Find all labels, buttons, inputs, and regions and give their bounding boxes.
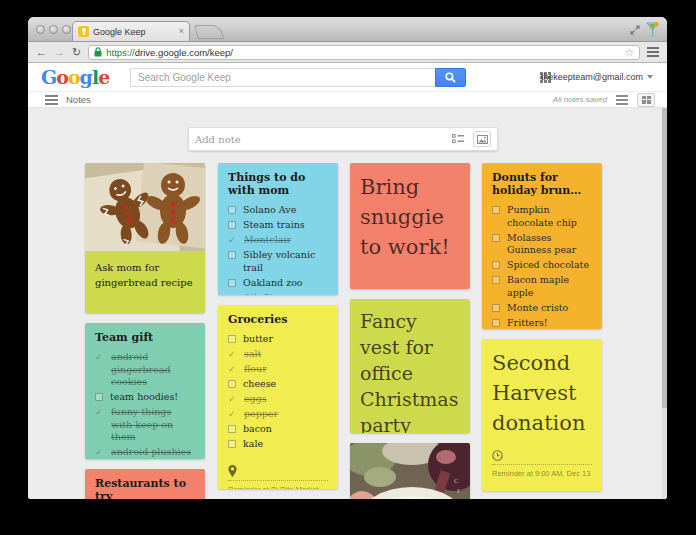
search-input[interactable] — [130, 68, 435, 87]
item-text: Monte cristo — [507, 302, 568, 315]
note-card-things-mom[interactable]: Things to do with momSolano AveSteam tra… — [218, 163, 338, 295]
checklist-item[interactable]: Sibley volcanic trail — [228, 249, 328, 274]
checked-icon[interactable]: ✓ — [228, 292, 237, 296]
item-text: team hoodies! — [110, 391, 178, 404]
new-tab-button[interactable] — [194, 25, 225, 39]
checklist-item[interactable]: Spiced chocolate — [492, 259, 592, 272]
checkbox[interactable] — [492, 304, 500, 312]
note-card-second-harvest[interactable]: Second Harvest donation Reminder at 9:00… — [482, 339, 602, 491]
item-text: cheese — [243, 378, 276, 391]
checklist-item[interactable]: ✓flour — [228, 363, 328, 376]
note-card-gingerbread[interactable]: Ask mom for gingerbread recipe — [85, 163, 205, 313]
checked-icon[interactable]: ✓ — [95, 446, 104, 458]
checklist-item[interactable]: ✓eggs — [228, 393, 328, 406]
checkbox[interactable] — [228, 380, 236, 388]
checklist-item[interactable]: ✓android plushies — [95, 446, 195, 459]
checkbox[interactable] — [95, 393, 103, 401]
checklist-item[interactable]: Pumpkin chocolate chip — [492, 204, 592, 229]
checklist-item[interactable]: butter — [228, 333, 328, 346]
grid-view-button[interactable] — [637, 93, 655, 107]
checklist-item[interactable]: ✓salt — [228, 348, 328, 361]
checkbox[interactable] — [228, 279, 236, 287]
checklist-item[interactable]: Steam trains — [228, 219, 328, 232]
close-window-button[interactable] — [36, 25, 45, 34]
checkbox[interactable] — [228, 425, 236, 433]
checked-icon[interactable]: ✓ — [95, 406, 104, 418]
search-button[interactable] — [435, 68, 466, 87]
address-bar[interactable]: https://drive.google.com/keep/ ☆ — [88, 45, 640, 60]
scrollbar[interactable] — [662, 108, 667, 499]
note-card-fancy-vest[interactable]: Fancy vest for office Christmas party — [350, 299, 470, 433]
image-icon — [477, 135, 488, 144]
note-body: Groceriesbutter✓salt✓flourcheese✓eggs✓pe… — [218, 305, 338, 461]
checklist-item[interactable]: ✓android gingerbread cookies — [95, 351, 195, 389]
reload-button[interactable]: ↻ — [72, 47, 81, 58]
back-button[interactable]: ← — [36, 47, 47, 58]
item-text: eggs — [244, 393, 267, 406]
checklist-item[interactable]: cheese — [228, 378, 328, 391]
checklist-item[interactable]: team hoodies! — [95, 391, 195, 404]
checklist-item[interactable]: Bacon maple apple — [492, 274, 592, 299]
checklist-item[interactable]: ✓pepper — [228, 408, 328, 421]
note-card-groceries[interactable]: Groceriesbutter✓salt✓flourcheese✓eggs✓pe… — [218, 305, 338, 489]
forward-button[interactable]: → — [54, 47, 65, 58]
checkbox[interactable] — [228, 221, 236, 229]
account-menu[interactable]: thekeepteam@gmail.com — [541, 72, 653, 82]
note-card-donuts[interactable]: Donuts for holiday brun…Pumpkin chocolat… — [482, 163, 602, 329]
checklist-item[interactable]: Solano Ave — [228, 204, 328, 217]
checklist-item[interactable]: kale — [228, 438, 328, 451]
checkbox[interactable] — [492, 261, 500, 269]
bookmark-star-icon[interactable]: ☆ — [624, 47, 634, 58]
checked-icon[interactable]: ✓ — [228, 393, 237, 405]
note-card-restaurants[interactable]: Restaurants to try — [85, 469, 205, 499]
checklist-item[interactable]: ✓4th St — [228, 292, 328, 296]
checklist-item[interactable]: Molasses Guinness pear — [492, 232, 592, 257]
item-text: Steam trains — [243, 219, 305, 232]
checklist-item[interactable]: Fritters! — [492, 317, 592, 330]
new-list-icon[interactable] — [452, 134, 464, 144]
checked-icon[interactable]: ✓ — [228, 408, 237, 420]
checklist-item[interactable]: ✓Montclair — [228, 234, 328, 247]
expand-icon[interactable] — [630, 25, 640, 35]
keep-menu-icon[interactable] — [45, 95, 58, 105]
note-composer[interactable] — [188, 127, 498, 151]
checkbox[interactable] — [228, 251, 236, 259]
checklist-item[interactable]: Oakland zoo — [228, 277, 328, 290]
item-text: Bacon maple apple — [507, 274, 592, 299]
checked-icon[interactable]: ✓ — [228, 363, 237, 375]
list-view-icon[interactable] — [616, 95, 628, 105]
note-card-snuggie[interactable]: Bring snuggie to work! — [350, 163, 470, 289]
minimize-window-button[interactable] — [49, 25, 58, 34]
checkbox[interactable] — [492, 234, 500, 242]
logo-letter: o — [56, 66, 68, 88]
add-image-button[interactable] — [473, 131, 491, 147]
item-text: Montclair — [244, 234, 291, 247]
checkbox[interactable] — [228, 335, 236, 343]
tab-close-icon[interactable]: × — [179, 27, 184, 36]
item-text: Oakland zoo — [243, 277, 303, 290]
checked-icon[interactable]: ✓ — [95, 351, 104, 363]
keep-header: Google thekeepteam@gmail.com — [28, 63, 667, 91]
checkbox[interactable] — [228, 440, 236, 448]
checkbox[interactable] — [228, 206, 236, 214]
checklist-item[interactable]: bacon — [228, 423, 328, 436]
checkbox[interactable] — [492, 276, 500, 284]
checked-icon[interactable]: ✓ — [228, 234, 237, 246]
section-label: Notes — [66, 94, 91, 105]
zoom-window-button[interactable] — [62, 25, 71, 34]
item-text: flour — [244, 363, 267, 376]
checked-icon[interactable]: ✓ — [228, 348, 237, 360]
cocktail-extension-icon[interactable] — [646, 22, 659, 38]
checklist-item[interactable]: Monte cristo — [492, 302, 592, 315]
grid-view-icon — [642, 96, 651, 104]
note-card-bowl[interactable]: C I — [350, 443, 470, 499]
note-card-team-gift[interactable]: Team gift✓android gingerbread cookiestea… — [85, 323, 205, 459]
account-email: thekeepteam@gmail.com — [541, 72, 643, 82]
checkbox[interactable] — [492, 206, 500, 214]
add-note-input[interactable] — [195, 134, 452, 145]
browser-tab[interactable]: Google Keep × — [72, 21, 190, 41]
browser-menu-icon[interactable] — [647, 47, 659, 57]
checkbox[interactable] — [492, 319, 500, 327]
checklist-item[interactable]: ✓funny things with keep on them — [95, 406, 195, 444]
tab-title: Google Keep — [93, 27, 175, 37]
